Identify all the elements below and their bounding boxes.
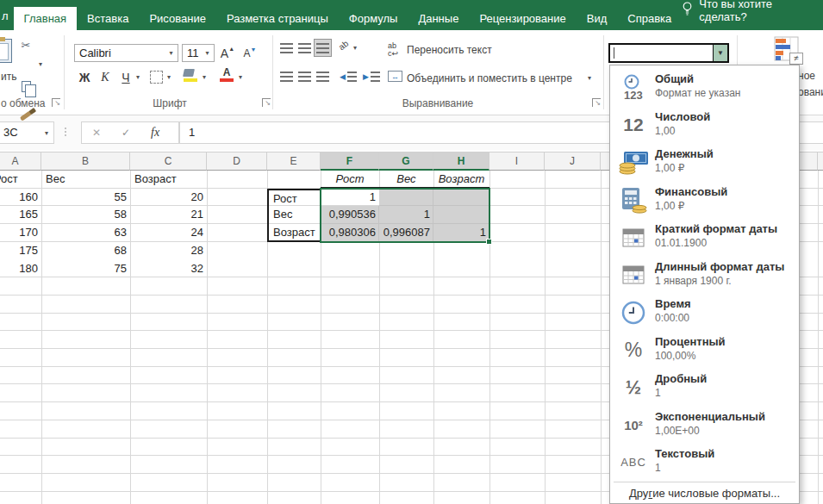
bold-button[interactable]: Ж bbox=[76, 68, 93, 86]
grid-cell-C1[interactable]: Возраст bbox=[130, 171, 207, 189]
grid-cell-A3[interactable]: 165 bbox=[0, 206, 41, 224]
underline-chevron-icon[interactable]: ▾ bbox=[136, 74, 140, 81]
grid-cell-B5[interactable]: 68 bbox=[41, 242, 130, 260]
format-item-text[interactable]: ABCТекстовый1 bbox=[611, 444, 798, 481]
merge-center-chevron-icon[interactable]: ▾ bbox=[588, 75, 591, 82]
column-header-G[interactable]: G bbox=[379, 152, 433, 171]
tab-рисование[interactable]: Рисование bbox=[139, 7, 215, 30]
font-color-icon[interactable]: А bbox=[220, 67, 234, 82]
tab-вставка[interactable]: Вставка bbox=[77, 7, 139, 30]
format-item-time[interactable]: Время0:00:00 bbox=[611, 294, 798, 331]
grid-cell-A5[interactable]: 175 bbox=[0, 242, 41, 260]
format-item-long-date[interactable]: Длинный формат даты1 января 1900 г. bbox=[611, 257, 798, 294]
alignment-dialog-launcher-icon[interactable]: ↘ bbox=[592, 98, 601, 107]
font-dialog-launcher-icon[interactable]: ↘ bbox=[262, 98, 271, 107]
enter-icon[interactable]: ✓ bbox=[122, 127, 130, 139]
grid-cell-B4[interactable]: 63 bbox=[41, 224, 130, 242]
borders-chevron-icon[interactable]: ▾ bbox=[167, 74, 171, 81]
grid-cell-F3[interactable]: 0,990536 bbox=[321, 206, 379, 224]
decrease-indent-icon[interactable]: ◀ bbox=[338, 67, 359, 85]
align-top-button[interactable] bbox=[277, 39, 296, 57]
borders-icon[interactable] bbox=[150, 71, 163, 84]
format-item-percent[interactable]: %Процентный100,00% bbox=[611, 332, 798, 369]
orientation-icon[interactable]: ab bbox=[337, 39, 351, 53]
grid-cell-F2[interactable]: 1 bbox=[321, 189, 379, 207]
column-header-E[interactable]: E bbox=[267, 152, 321, 171]
wrap-text-label[interactable]: Переносить текст bbox=[407, 44, 492, 56]
grid-cell-C6[interactable]: 32 bbox=[130, 260, 207, 278]
paste-button-label[interactable]: ить bbox=[1, 71, 16, 83]
grow-font-button[interactable]: А▲ bbox=[218, 44, 237, 62]
format-item-currency[interactable]: Денежный1,00 ₽ bbox=[611, 144, 798, 181]
align-left-button[interactable] bbox=[277, 67, 296, 85]
copy-icon[interactable] bbox=[22, 81, 31, 92]
grid-cell-C5[interactable]: 28 bbox=[130, 242, 207, 260]
grid-cell-G3[interactable]: 1 bbox=[379, 206, 433, 224]
more-number-formats-item[interactable]: Другие числовые форматы... bbox=[610, 487, 799, 500]
format-item-fraction[interactable]: ½Дробный1 bbox=[611, 369, 798, 406]
orientation-chevron-icon[interactable]: ▾ bbox=[353, 45, 357, 52]
grid-cell-E3[interactable]: Вес bbox=[267, 206, 321, 224]
column-header-D[interactable]: D bbox=[207, 152, 267, 171]
name-box[interactable]: 3C ▾ bbox=[0, 121, 54, 144]
underline-button[interactable]: Ч bbox=[117, 68, 134, 86]
paste-icon[interactable] bbox=[0, 39, 12, 63]
column-header-O[interactable] bbox=[818, 152, 823, 171]
column-header-C[interactable]: C bbox=[130, 152, 207, 171]
grid-cell-E4[interactable]: Возраст bbox=[267, 224, 321, 242]
align-right-button[interactable] bbox=[314, 67, 332, 85]
tab-рецензирование[interactable]: Рецензирование bbox=[469, 7, 576, 30]
tab-главная[interactable]: Главная bbox=[14, 7, 77, 30]
cut-icon[interactable]: ✂ bbox=[18, 37, 34, 53]
grid-cell-A4[interactable]: 170 bbox=[0, 224, 41, 242]
format-item-short-date[interactable]: Краткий формат даты01.01.1900 bbox=[611, 219, 798, 256]
merge-center-label[interactable]: Объединить и поместить в центре bbox=[407, 72, 572, 84]
column-header-J[interactable]: J bbox=[545, 152, 601, 171]
copy-chevron-icon[interactable]: ▾ bbox=[39, 61, 42, 68]
align-bottom-button[interactable] bbox=[314, 39, 332, 57]
tab-file-fragment[interactable]: л bbox=[0, 9, 14, 30]
font-name-select[interactable]: Calibri ▾ bbox=[74, 44, 178, 62]
name-box-chevron-icon[interactable]: ▾ bbox=[45, 130, 48, 137]
grid-cell-B3[interactable]: 58 bbox=[41, 206, 130, 224]
tab-справка[interactable]: Справка bbox=[617, 7, 682, 30]
grid-cell-F4[interactable]: 0,980306 bbox=[321, 224, 379, 242]
fill-handle[interactable] bbox=[486, 239, 492, 245]
column-header-I[interactable]: I bbox=[489, 152, 545, 171]
grid-cell-B1[interactable]: Вес bbox=[41, 171, 130, 189]
tab-разметка-страницы[interactable]: Разметка страницы bbox=[216, 7, 339, 30]
column-header-F[interactable]: F bbox=[321, 152, 379, 171]
font-color-chevron-icon[interactable]: ▾ bbox=[239, 74, 242, 81]
conditional-formatting-label-fragment[interactable]: ное bbox=[798, 70, 815, 82]
grid-cell-G1[interactable]: Вес bbox=[379, 171, 433, 189]
format-item-number[interactable]: 12Числовой1,00 bbox=[611, 107, 798, 144]
number-format-chevron-icon[interactable]: ▼ bbox=[713, 45, 727, 61]
conditional-formatting-label-fragment[interactable]: ование bbox=[798, 86, 823, 98]
column-header-A[interactable]: A bbox=[0, 152, 41, 171]
grid-cell-A6[interactable]: 180 bbox=[0, 260, 41, 278]
format-item-general[interactable]: 123ОбщийФормат не указан bbox=[611, 69, 798, 106]
align-center-button[interactable] bbox=[296, 67, 314, 85]
shrink-font-button[interactable]: А▼ bbox=[240, 44, 259, 62]
fill-color-icon[interactable] bbox=[184, 69, 197, 82]
font-size-select[interactable]: 11 ▾ bbox=[182, 44, 215, 62]
grid-cell-C4[interactable]: 24 bbox=[130, 224, 207, 242]
grid-cell-A2[interactable]: 160 bbox=[0, 189, 41, 207]
grid-cell-H4[interactable]: 1 bbox=[433, 224, 489, 242]
grid-cell-C3[interactable]: 21 bbox=[130, 206, 207, 224]
tab-вид[interactable]: Вид bbox=[577, 7, 618, 30]
column-header-B[interactable]: B bbox=[41, 152, 130, 171]
grid-cell-G4[interactable]: 0,996087 bbox=[379, 224, 433, 242]
grid-cell-B6[interactable]: 75 bbox=[41, 260, 130, 278]
clipboard-dialog-launcher-icon[interactable]: ↘ bbox=[52, 98, 60, 107]
grid-cell-E2[interactable]: Рост bbox=[267, 189, 321, 207]
format-item-accounting[interactable]: Финансовый1,00 ₽ bbox=[611, 182, 798, 219]
tell-me-box[interactable]: Что вы хотите сделать? bbox=[682, 0, 823, 30]
italic-button[interactable]: К bbox=[97, 68, 114, 86]
grid-cell-A1[interactable]: Рост bbox=[0, 171, 41, 189]
increase-indent-icon[interactable]: ▶ bbox=[361, 67, 382, 85]
format-item-scientific[interactable]: 10²Экспоненциальный1,00E+00 bbox=[611, 407, 798, 444]
grid-cell-B2[interactable]: 55 bbox=[41, 189, 130, 207]
grid-cell-C2[interactable]: 20 bbox=[130, 189, 207, 207]
tab-данные[interactable]: Данные bbox=[408, 7, 469, 30]
